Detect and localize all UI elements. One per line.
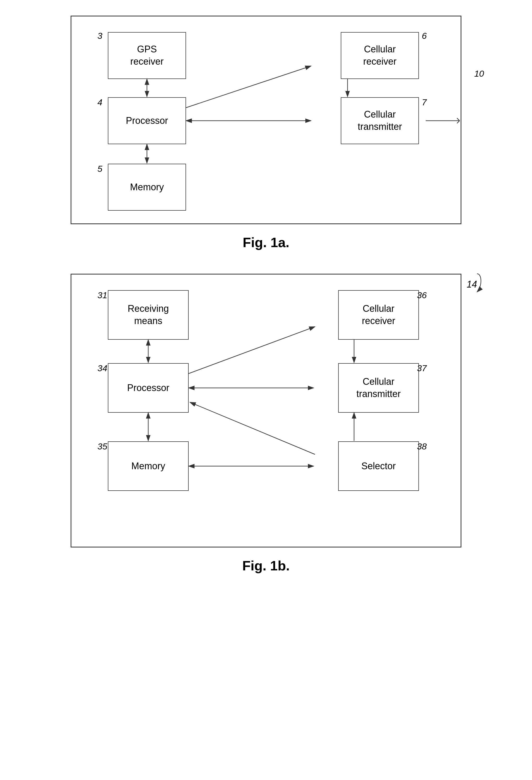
processor-block-1b: Processor: [108, 363, 189, 413]
ref-36: 36: [417, 290, 427, 300]
cellular-transmitter-block-1a: Cellular transmitter: [341, 97, 419, 144]
selector-block: Selector: [338, 441, 419, 491]
svg-line-3: [186, 66, 311, 108]
memory-block-1b: Memory: [108, 441, 189, 491]
svg-line-20: [190, 402, 315, 454]
ref-31: 31: [97, 290, 107, 300]
ref-35: 35: [97, 441, 107, 451]
svg-line-9: [457, 121, 460, 123]
memory-block-1a: Memory: [108, 164, 186, 211]
ref-4: 4: [97, 97, 102, 107]
fig-1a-box: 10 GPS receiver 3 Cellular receiver 6 Pr…: [70, 16, 462, 224]
ref-38: 38: [417, 441, 427, 451]
diagram-container: 10 GPS receiver 3 Cellular receiver 6 Pr…: [32, 16, 500, 594]
svg-line-14: [189, 327, 315, 374]
ref-10: 10: [474, 68, 484, 79]
ref-5: 5: [97, 164, 102, 174]
ref-3: 3: [97, 31, 102, 41]
cellular-receiver-block-1a: Cellular receiver: [341, 32, 419, 79]
ref-37: 37: [417, 363, 427, 373]
receiving-means-block: Receiving means: [108, 290, 189, 340]
gps-receiver-block: GPS receiver: [108, 32, 186, 79]
svg-line-8: [457, 118, 460, 121]
processor-block-1a: Processor: [108, 97, 186, 144]
ref-6: 6: [422, 31, 427, 41]
cellular-receiver-block-1b: Cellular receiver: [338, 290, 419, 340]
cellular-transmitter-block-1b: Cellular transmitter: [338, 363, 419, 413]
fig-1b-box: Receiving means 31 Cellular receiver 36 …: [70, 274, 462, 547]
fig-1a-label: Fig. 1a.: [243, 235, 289, 250]
ref-34: 34: [97, 363, 107, 373]
ref-7: 7: [422, 97, 427, 107]
fig-1b-label: Fig. 1b.: [242, 558, 290, 574]
